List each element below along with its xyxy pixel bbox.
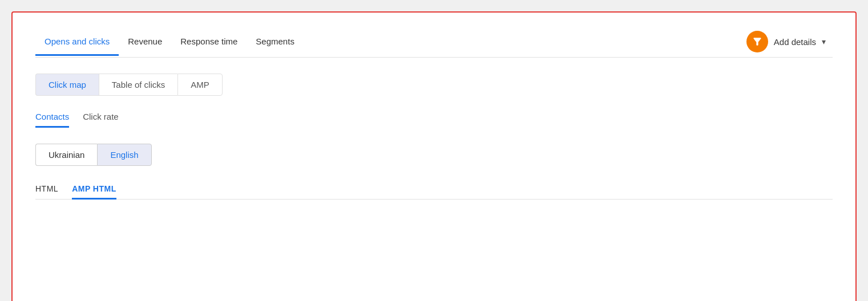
sub-tab-table-of-clicks[interactable]: Table of clicks xyxy=(99,74,177,96)
tab-segments[interactable]: Segments xyxy=(247,29,304,56)
lang-button-ukrainian[interactable]: Ukrainian xyxy=(35,144,97,166)
lang-button-english[interactable]: English xyxy=(97,144,151,166)
chevron-down-icon: ▾ xyxy=(822,37,826,46)
contact-tab-click-rate[interactable]: Click rate xyxy=(83,112,119,128)
main-container: Opens and clicks Revenue Response time S… xyxy=(11,11,857,301)
tab-revenue[interactable]: Revenue xyxy=(119,29,171,56)
bottom-tab-amp-html[interactable]: AMP HTML xyxy=(72,184,116,200)
add-details-button[interactable]: Add details ▾ xyxy=(740,26,833,57)
add-details-label: Add details xyxy=(774,37,816,47)
top-tabs-row: Opens and clicks Revenue Response time S… xyxy=(35,26,833,58)
bottom-tabs-row: HTML AMP HTML xyxy=(35,184,833,200)
sub-tab-click-map[interactable]: Click map xyxy=(35,74,99,96)
contact-tab-contacts[interactable]: Contacts xyxy=(35,112,69,128)
language-toggle-row: Ukrainian English xyxy=(35,144,833,166)
tab-response-time[interactable]: Response time xyxy=(171,29,247,56)
filter-icon xyxy=(752,36,763,47)
bottom-tab-html[interactable]: HTML xyxy=(35,184,58,200)
inner-content: Opens and clicks Revenue Response time S… xyxy=(13,13,855,213)
filter-icon-circle xyxy=(746,31,768,52)
contact-tabs-row: Contacts Click rate xyxy=(35,112,833,128)
tab-opens-and-clicks[interactable]: Opens and clicks xyxy=(35,29,119,56)
sub-tabs-row: Click map Table of clicks AMP xyxy=(35,74,833,96)
sub-tab-amp[interactable]: AMP xyxy=(177,74,223,96)
